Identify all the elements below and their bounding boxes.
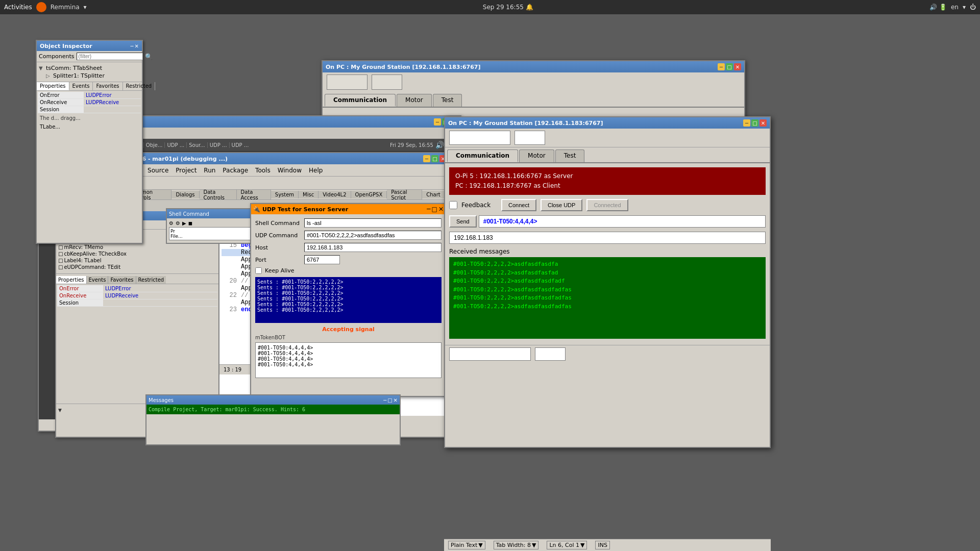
tab-favorites[interactable]: Favorites [93, 82, 122, 90]
gs-front-minimize[interactable]: ─ [743, 119, 750, 127]
messages-minimize[interactable]: ─ [383, 397, 386, 403]
palette-tab2-sdpo[interactable]: Chart [422, 191, 445, 198]
gs-front-top-input1[interactable] [449, 131, 510, 145]
app-menu-arrow[interactable]: ▾ [84, 4, 87, 11]
udp1-shortcut[interactable]: UDP ... [164, 142, 184, 148]
tree2-label4[interactable]: □ Label4: TLabel [58, 257, 216, 264]
gs-feedback-checkbox[interactable] [449, 201, 457, 209]
prop-value-onreceive[interactable]: LUDPReceive [84, 99, 121, 106]
app-icon[interactable] [36, 2, 46, 12]
menu2-package[interactable]: Package [219, 166, 251, 175]
menu2-project[interactable]: Project [173, 166, 200, 175]
gs-ip-input[interactable] [449, 232, 766, 244]
palette-tab2-pascal[interactable]: Pascal Script [387, 190, 422, 200]
menu2-tools[interactable]: Tools [252, 166, 274, 175]
palette-tab2-system[interactable]: System [271, 191, 299, 198]
prop-value-onerror[interactable]: LUDPError [84, 92, 114, 98]
tree2-mrecv[interactable]: □ mRecv: TMemo [58, 244, 216, 251]
tree-item-splitter[interactable]: ▷ Splitter1: TSplitter [46, 72, 140, 80]
gs-front-bottom-input2[interactable] [535, 347, 566, 361]
menu2-help[interactable]: Help [306, 166, 326, 175]
gs-back-input1[interactable] [327, 74, 368, 90]
udp-cmd-input[interactable] [304, 231, 442, 240]
messages-close[interactable]: ✕ [394, 397, 398, 403]
udp-shell-input[interactable] [304, 218, 442, 228]
obje-shortcut[interactable]: Obje... [143, 142, 163, 148]
gs-back-close[interactable]: ✕ [734, 63, 741, 70]
gs-front-tab-motor[interactable]: Motor [519, 149, 554, 162]
obj-inspector-search-icon[interactable]: 🔍 [145, 53, 153, 60]
gs-send-input[interactable] [479, 215, 766, 228]
obj2-tab-properties[interactable]: Properties [56, 276, 87, 284]
gs-front-close[interactable]: ✕ [760, 119, 767, 127]
obj2-tab-favorites[interactable]: Favorites [108, 276, 136, 284]
palette-tab2-dataaccess[interactable]: Data Access [237, 190, 271, 200]
gs-connect-btn[interactable]: Connect [501, 199, 536, 211]
palette-tab2-data[interactable]: Data Controls [200, 190, 237, 200]
lazarus-ide2-maximize[interactable]: □ [431, 155, 438, 162]
ins-indicator[interactable]: INS [595, 541, 609, 549]
prop-value-session[interactable] [84, 106, 88, 113]
gs-close-udp-btn[interactable]: Close UDP [541, 199, 582, 211]
palette-tab2-video4l2[interactable]: Video4L2 [318, 191, 351, 198]
udp-keepalive-checkbox[interactable] [255, 267, 262, 274]
components-filter[interactable] [77, 53, 143, 60]
gs-front-top-input2[interactable] [514, 131, 545, 145]
tree2-cbkeepalive[interactable]: □ cbKeepAlive: TCheckBox [58, 251, 216, 257]
udp-host-input[interactable] [304, 243, 442, 252]
lang-arrow[interactable]: ▾ [963, 4, 966, 11]
lang-indicator[interactable]: en [951, 4, 959, 11]
obj2-tab-restricted[interactable]: Restricted [136, 276, 166, 284]
gs-back-btn1[interactable] [372, 74, 402, 90]
udp2-shortcut[interactable]: UDP ... [207, 142, 227, 148]
tree2-eudpcommand[interactable]: □ eUDPCommand: TEdit [58, 264, 216, 270]
gs-back-maximize[interactable]: □ [726, 63, 733, 70]
prop-name-session: Session [38, 106, 84, 113]
gs-back-tab-test[interactable]: Test [433, 94, 462, 107]
tree-item-tscomm[interactable]: ▼ tsComm: TTabSheet [39, 64, 140, 72]
messages-maximize[interactable]: □ [387, 397, 392, 403]
tab-restricted[interactable]: Restricted [123, 82, 156, 90]
gs-front-tab-test[interactable]: Test [555, 149, 585, 162]
palette-tab2-dialogs[interactable]: Dialogs [172, 191, 199, 198]
obj-inspector-minimize[interactable]: ─ [131, 43, 134, 49]
menu2-source[interactable]: Source [144, 166, 172, 175]
udp-maximize[interactable]: □ [432, 206, 437, 213]
shell-run-icon[interactable]: ▶ [182, 220, 186, 226]
tab-properties[interactable]: Properties [37, 82, 69, 90]
obj2-scroll-indicator[interactable]: ▼ [58, 408, 62, 413]
udp3-shortcut[interactable]: UDP ... [229, 142, 249, 148]
menu2-window[interactable]: Window [275, 166, 305, 175]
palette-tab2-opengl[interactable]: OpenGPSX [351, 191, 387, 198]
bell-icon[interactable]: 🔔 [526, 4, 533, 11]
lazarus-ide2-minimize[interactable]: ─ [423, 155, 430, 162]
udp-minimize[interactable]: ─ [427, 206, 430, 213]
shell-stop-icon[interactable]: ◼ [188, 220, 192, 226]
obj2-prop-value-onreceive[interactable]: LUDPReceive [103, 292, 140, 299]
obj-inspector-close[interactable]: ✕ [135, 43, 139, 49]
obj2-tab-events[interactable]: Events [87, 276, 109, 284]
gs-front-tab-communication[interactable]: Communication [447, 149, 518, 162]
udp-port-input[interactable] [304, 255, 340, 264]
activities-button[interactable]: Activities [4, 4, 32, 11]
gs-back-tab-communication[interactable]: Communication [325, 94, 396, 107]
remote-minimize-btn[interactable]: ─ [434, 118, 441, 126]
power-icon[interactable]: ⏻ [970, 4, 976, 11]
plain-text-dropdown[interactable]: Plain Text ▼ [448, 541, 485, 549]
system-icons: 🔊 🔋 [929, 4, 947, 11]
gs-front-bottom-input1[interactable] [449, 347, 531, 361]
tab-width-dropdown[interactable]: Tab Width: 8 ▼ [494, 541, 539, 549]
sour-shortcut[interactable]: Sour... [186, 142, 205, 148]
gs-front-maximize[interactable]: □ [751, 119, 758, 127]
palette-tab2-misc[interactable]: Misc [299, 191, 318, 198]
udp-close[interactable]: ✕ [438, 206, 444, 213]
gs-send-btn[interactable]: Send [449, 215, 477, 228]
gs-back-minimize[interactable]: ─ [718, 63, 725, 70]
obj2-prop-value-session[interactable] [103, 299, 107, 306]
menu2-run[interactable]: Run [201, 166, 218, 175]
gs-connected-btn[interactable]: Connected [586, 199, 628, 211]
gs-back-tab-motor[interactable]: Motor [397, 94, 432, 107]
tab-events[interactable]: Events [69, 82, 93, 90]
obj2-prop-value-onerror[interactable]: LUDPError [103, 285, 133, 292]
ln-col-dropdown[interactable]: Ln 6, Col 1 ▼ [547, 541, 587, 549]
